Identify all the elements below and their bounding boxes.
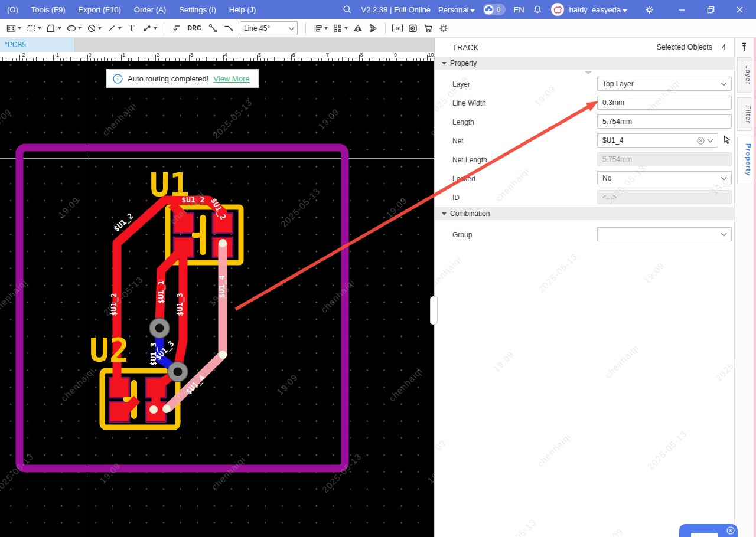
- net-label: $U1_2: [109, 293, 119, 316]
- cloud-count: 0: [497, 6, 500, 13]
- side-tab-property[interactable]: Property: [737, 136, 752, 184]
- line-tool[interactable]: [105, 21, 123, 36]
- dimension-tool[interactable]: [140, 21, 159, 36]
- watermark-text: chenhaiqi: [435, 254, 464, 292]
- side-tab-filter[interactable]: Filter: [737, 97, 752, 132]
- side-tab-strip: LayerFilterProperty: [734, 38, 754, 537]
- auto-route-tool[interactable]: [169, 21, 183, 36]
- notifications-bell-icon[interactable]: [532, 1, 543, 18]
- select-region-tool[interactable]: [24, 21, 43, 36]
- menu-item-o[interactable]: (O): [7, 5, 18, 14]
- ellipse-tool[interactable]: [64, 21, 83, 36]
- pick-net-icon[interactable]: [722, 135, 732, 146]
- board-outline-tool[interactable]: [4, 21, 23, 36]
- scroll-up-indicator[interactable]: [584, 71, 592, 74]
- chevron-down-icon: [118, 27, 122, 30]
- field-group: Group: [435, 225, 734, 244]
- chevron-down-icon: [470, 9, 475, 12]
- chevron-down-icon: [38, 27, 41, 30]
- selected-objects-label: Selected Objects: [657, 43, 713, 51]
- order-cart-button[interactable]: [421, 21, 435, 36]
- chevron-down-icon: [721, 80, 727, 86]
- menu-item-toolsf9[interactable]: Tools (F9): [31, 5, 66, 14]
- pin-icon[interactable]: [735, 38, 754, 57]
- pcb-canvas[interactable]: $U1_2$U1_2$U1_2$U1_2$U1_1$U1_3$U1_3$U1_3…: [0, 61, 434, 537]
- net-label: $U1_4: [217, 275, 227, 298]
- menu-item-settingsi[interactable]: Settings (I): [179, 5, 216, 14]
- menu-item-ordera[interactable]: Order (A): [134, 5, 166, 14]
- ruler-number: 10: [428, 52, 434, 58]
- locked-label: Locked: [452, 169, 475, 188]
- right-edge-banner-strip[interactable]: [754, 38, 756, 537]
- tab-pcb5[interactable]: *PCB5: [0, 38, 74, 52]
- keepout-region-tool[interactable]: [84, 21, 103, 36]
- id-input: <...>: [597, 190, 732, 204]
- watermark-text: 2025-05-13: [495, 517, 538, 537]
- mirror-horizontal-tool[interactable]: [351, 21, 365, 36]
- section-property[interactable]: Property: [435, 57, 734, 70]
- chevron-down-icon: [324, 27, 328, 30]
- length-input[interactable]: 5.754mm: [597, 114, 732, 129]
- net-label: $U1_1: [157, 280, 166, 303]
- view-more-link[interactable]: View More: [213, 74, 249, 83]
- locked-select[interactable]: No: [597, 171, 732, 185]
- search-icon[interactable]: [341, 1, 353, 18]
- clear-net-icon[interactable]: [697, 137, 705, 145]
- avatar[interactable]: [550, 2, 565, 17]
- collapse-triangle-icon: [442, 212, 447, 215]
- text-tool[interactable]: T: [125, 21, 139, 36]
- net-label: Net: [452, 132, 464, 150]
- account-type-dropdown[interactable]: Personal: [438, 5, 475, 14]
- field-id: ID<...>: [435, 188, 734, 207]
- net-label: $U1_3: [149, 342, 158, 365]
- route-mode-select[interactable]: Line 45°: [240, 21, 298, 35]
- net-select[interactable]: $U1_4: [597, 133, 718, 148]
- drc-check-tool[interactable]: DRC: [184, 21, 205, 36]
- refdes-label[interactable]: U1: [149, 165, 189, 204]
- section-combination[interactable]: Combination: [435, 207, 734, 220]
- popup-graphic: [691, 533, 718, 537]
- component-pads[interactable]: [109, 213, 233, 422]
- net-tool[interactable]: [206, 21, 220, 36]
- notification-text: Auto routing completed!: [128, 74, 208, 83]
- layer-label: Layer: [452, 75, 470, 94]
- length-label: Length: [452, 113, 474, 132]
- minimize-button[interactable]: [673, 1, 690, 18]
- line-width-input[interactable]: 0.3mm: [597, 96, 732, 110]
- mirror-vertical-tool[interactable]: [366, 21, 380, 36]
- watermark-text: 2025-05-13: [646, 428, 689, 471]
- menu-item-helpj[interactable]: Help (J): [229, 5, 256, 14]
- menu-item-exportf10[interactable]: Export (F10): [79, 5, 121, 14]
- symbol-library-button[interactable]: G: [390, 21, 405, 36]
- toolbar-settings-gear-icon[interactable]: [436, 21, 451, 36]
- ruler-number: 5: [258, 52, 261, 58]
- cloud-usage-badge[interactable]: 0: [483, 4, 506, 15]
- property-panel: TRACK Selected Objects 4 Property LayerT…: [434, 38, 734, 537]
- distribute-tool[interactable]: [331, 21, 350, 36]
- field-line-width: Line Width0.3mm: [435, 94, 734, 113]
- watermark-text: 19:09: [641, 260, 666, 285]
- username-dropdown[interactable]: haidy_easyeda: [569, 5, 627, 14]
- close-window-button[interactable]: [731, 1, 748, 18]
- ruler: -2-1012345678910: [0, 52, 434, 61]
- refdes-labels: U1U2: [89, 165, 189, 369]
- restore-window-button[interactable]: [702, 1, 719, 18]
- refdes-label[interactable]: U2: [89, 330, 129, 369]
- layer-select[interactable]: Top Layer: [597, 77, 732, 91]
- id-label: ID: [452, 188, 460, 207]
- ruler-number: -2: [21, 52, 25, 58]
- footprint-library-button[interactable]: [406, 21, 420, 36]
- promo-popup[interactable]: [679, 524, 738, 537]
- route-angle-tool[interactable]: [221, 21, 236, 36]
- panel-collapse-handle[interactable]: [430, 296, 438, 325]
- group-select[interactable]: [597, 227, 732, 241]
- pcb-artwork: $U1_2$U1_2$U1_2$U1_2$U1_1$U1_3$U1_3$U1_3…: [0, 61, 434, 537]
- align-tool[interactable]: [311, 21, 330, 36]
- language-switch[interactable]: EN: [513, 5, 524, 14]
- popup-close-icon[interactable]: [726, 526, 735, 535]
- side-tab-layer[interactable]: Layer: [737, 57, 752, 93]
- settings-gear-icon[interactable]: [641, 1, 657, 18]
- selected-objects-count: 4: [722, 43, 726, 51]
- title-bar: (O)Tools (F9)Export (F10)Order (A)Settin…: [0, 0, 756, 19]
- solid-region-tool[interactable]: [44, 21, 63, 36]
